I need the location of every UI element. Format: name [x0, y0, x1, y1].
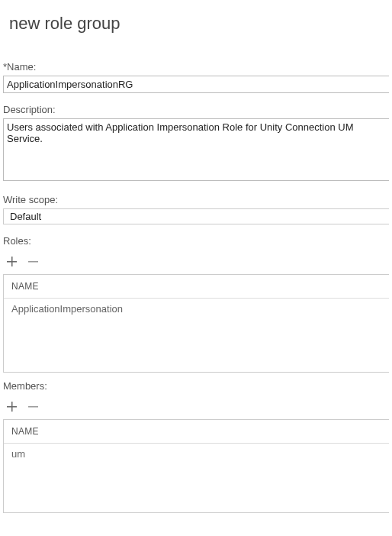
members-label: Members: — [3, 380, 389, 392]
minus-icon — [27, 401, 39, 412]
roles-label: Roles: — [3, 235, 389, 247]
members-list: NAME um — [3, 419, 389, 513]
plus-icon — [6, 256, 18, 267]
name-label: *Name: — [3, 61, 389, 73]
remove-member-button[interactable] — [26, 399, 40, 413]
roles-list-body[interactable]: ApplicationImpersonation — [4, 299, 389, 372]
name-input[interactable] — [3, 76, 389, 93]
add-member-button[interactable] — [5, 399, 18, 413]
roles-list: NAME ApplicationImpersonation — [3, 274, 389, 373]
description-input[interactable] — [3, 118, 389, 181]
write-scope-label: Write scope: — [3, 194, 389, 205]
plus-icon — [6, 401, 18, 412]
remove-role-button[interactable] — [26, 254, 40, 268]
members-list-body[interactable]: um — [4, 444, 389, 512]
description-label: Description: — [3, 104, 389, 115]
list-item[interactable]: ApplicationImpersonation — [11, 303, 381, 315]
page-title: new role group — [3, 0, 389, 57]
write-scope-select[interactable]: Default — [3, 208, 389, 224]
list-item[interactable]: um — [11, 448, 381, 460]
add-role-button[interactable] — [5, 254, 18, 268]
members-list-header: NAME — [4, 420, 389, 444]
roles-list-header: NAME — [4, 275, 389, 299]
minus-icon — [27, 256, 39, 267]
